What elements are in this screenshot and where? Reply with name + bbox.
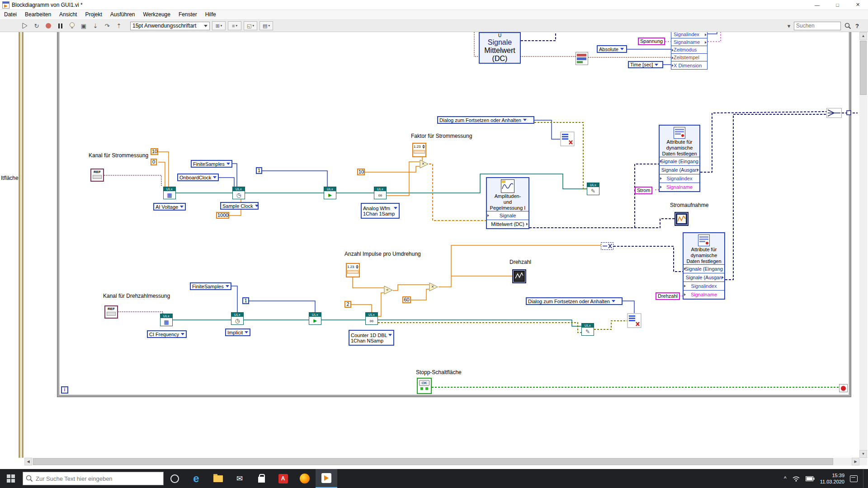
string-constant-spannung[interactable]: Spannung [638, 38, 665, 45]
taskbar-search[interactable] [23, 472, 164, 485]
ring-time-sec[interactable]: Time [sec] [628, 61, 663, 68]
constant-10-faktor[interactable]: 10 [357, 169, 365, 175]
ring-dialog-fortsetzen-2[interactable]: Dialog zum Fortsetzen oder Anhalten [526, 297, 623, 305]
ulx-timing-block-2[interactable]: ULx ◷ [231, 312, 244, 325]
ulx-start-task-block[interactable]: ULx ▶ [324, 187, 336, 199]
scroll-left-arrow[interactable]: ◀ [24, 458, 32, 465]
taskbar-store[interactable] [250, 469, 272, 488]
step-into-button[interactable]: ⇣ [90, 21, 100, 31]
scroll-down-arrow[interactable]: ▼ [859, 450, 867, 458]
ulx-read-block[interactable]: ULx ∞ [374, 187, 387, 199]
maximize-button[interactable]: □ [827, 0, 848, 9]
string-constant-strom[interactable]: Strom [635, 187, 652, 194]
attr-row-signale-eingang[interactable]: Signale (Eingang [660, 157, 699, 165]
menu-ansicht[interactable]: Ansicht [55, 10, 81, 19]
property-row-zeitmodus[interactable]: Zeitmodus [671, 46, 707, 54]
constant-1-samples[interactable]: 1 [256, 167, 262, 174]
error-handler-icon[interactable] [560, 131, 575, 146]
ampl-row-mittelwert[interactable]: Mittelwert (DC) [487, 220, 528, 228]
run-continuous-button[interactable]: ↻ [32, 21, 42, 31]
constant-2-edge[interactable]: 2 [344, 301, 351, 308]
cortana-button[interactable] [164, 469, 185, 488]
attr-row-signalname[interactable]: Signalname [660, 183, 699, 191]
attr-row-signale-eingang[interactable]: Signale (Eingang [684, 264, 724, 273]
constant-1000-rate[interactable]: 1000 [216, 212, 229, 219]
multiply-node-2[interactable]: × [429, 282, 439, 292]
loop-stop-condition[interactable] [839, 384, 848, 392]
distribute-objects-dropdown[interactable]: ≡▾ [228, 21, 241, 30]
start-button[interactable] [0, 469, 22, 488]
close-button[interactable]: ✕ [848, 0, 868, 9]
loop-iteration-terminal[interactable]: i [61, 386, 68, 394]
ring-dialog-fortsetzen-1[interactable]: Dialog zum Fortsetzen oder Anhalten [437, 116, 534, 124]
tray-expand-icon[interactable]: ^ [784, 475, 787, 482]
step-out-button[interactable]: ⇡ [114, 21, 124, 31]
ring-finite-samples-2[interactable]: FiniteSamples [190, 282, 231, 290]
show-desktop-button[interactable] [863, 469, 865, 488]
context-help-button[interactable]: ? [853, 21, 862, 30]
ulx-create-channel-block[interactable]: ULx ▦ [163, 187, 176, 199]
ring-ci-frequency[interactable]: CI Frequency [147, 330, 187, 338]
channel-ref-control-drehzahl[interactable]: REF [104, 305, 118, 319]
property-row-signalname[interactable]: Signalname [671, 38, 707, 46]
taskbar-firefox[interactable] [294, 469, 316, 488]
express-row-signale[interactable]: Signale [480, 38, 520, 47]
menu-hilfe[interactable]: Hilfe [201, 10, 220, 19]
search-icon[interactable] [843, 21, 853, 31]
stop-button-terminal[interactable]: OK [417, 378, 432, 394]
minimize-button[interactable]: — [807, 0, 827, 9]
menu-ausfuehren[interactable]: Ausführen [106, 10, 139, 19]
ulx-write-block[interactable]: ULx ✎ [587, 183, 599, 195]
property-row-x-dimension[interactable]: X Dimension [671, 61, 707, 69]
attr-row-signalindex[interactable]: Signalindex [684, 282, 724, 290]
taskbar-adobe-reader[interactable]: A [272, 469, 294, 488]
scroll-up-arrow[interactable]: ▲ [859, 32, 867, 40]
taskbar-file-explorer[interactable] [207, 469, 229, 488]
ring-counter-1d-dbl[interactable]: Counter 1D DBL 1Chan NSamp [349, 330, 394, 346]
ulx-create-channel-ci-block[interactable]: ULx ▦ [160, 314, 173, 326]
attribute-block-strom[interactable]: Attribute für dynamische Daten festlegen… [659, 125, 700, 192]
attr-row-signale-ausgang[interactable]: Signale (Ausgan [684, 273, 724, 282]
pause-button[interactable] [55, 21, 65, 31]
taskbar-labview-active[interactable] [316, 469, 337, 488]
scroll-right-arrow[interactable]: ▶ [852, 458, 859, 465]
taskbar-mail[interactable]: ✉ [229, 469, 250, 488]
taskbar-edge[interactable]: e [185, 469, 207, 488]
menu-werkzeuge[interactable]: Werkzeuge [139, 10, 174, 19]
ring-implicit[interactable]: Implicit [225, 328, 250, 336]
reorder-objects-dropdown[interactable]: ▤▾ [259, 21, 273, 30]
wifi-icon[interactable] [792, 475, 800, 482]
convert-to-dynamic-icon[interactable] [601, 242, 613, 252]
highlight-execution-button[interactable] [67, 21, 77, 31]
constant-60[interactable]: 60 [402, 296, 411, 303]
amplitude-measurement-block[interactable]: Amplituden- und Pegelmessung I Signale M… [486, 177, 529, 229]
ring-sample-clock[interactable]: Sample Clock [220, 202, 259, 210]
attribute-block-drehzahl[interactable]: Attribute für dynamische Daten festlegen… [683, 232, 725, 300]
run-button[interactable] [20, 21, 30, 31]
property-node[interactable]: Signalindex Signalname Zeitmodus Zeitste… [671, 30, 708, 70]
menu-fenster[interactable]: Fenster [175, 10, 201, 19]
ampl-row-signale[interactable]: Signale [487, 211, 528, 220]
toolbar-search-input[interactable] [794, 22, 841, 30]
menu-bearbeiten[interactable]: Bearbeiten [21, 10, 55, 19]
abort-button[interactable] [43, 21, 53, 31]
align-objects-dropdown[interactable]: ⊞▾ [212, 21, 226, 30]
property-row-zeitstempel[interactable]: Zeitstempel [671, 54, 707, 61]
string-constant-drehzahl[interactable]: Drehzahl [656, 292, 680, 300]
ring-ai-voltage[interactable]: AI Voltage [153, 203, 186, 211]
vertical-scrollbar[interactable]: ▲ ▼ [859, 32, 867, 458]
ulx-start-task-block-2[interactable]: ULx ▶ [309, 312, 321, 325]
ulx-read-block-2[interactable]: ULx ∞ [365, 312, 378, 325]
resize-objects-dropdown[interactable]: ◱▾ [244, 21, 257, 30]
ring-absolute[interactable]: Absolute [597, 45, 627, 53]
ring-onboard-clock[interactable]: OnboardClock [177, 174, 219, 181]
step-over-button[interactable]: ↷ [102, 21, 112, 31]
ulx-timing-block[interactable]: ULx ◷ [232, 187, 245, 199]
numeric-control-faktor[interactable]: 1.23 [412, 143, 426, 157]
ring-analog-wfm[interactable]: Analog Wfm 1Chan 1Samp [361, 203, 400, 219]
retain-wire-values-button[interactable]: ▣ [79, 21, 89, 31]
horizontal-scroll-thumb[interactable] [33, 458, 833, 465]
numeric-control-impulse[interactable]: 1.23 [346, 263, 360, 277]
action-center-icon[interactable] [850, 475, 858, 482]
divide-node[interactable]: ÷ [384, 286, 393, 295]
